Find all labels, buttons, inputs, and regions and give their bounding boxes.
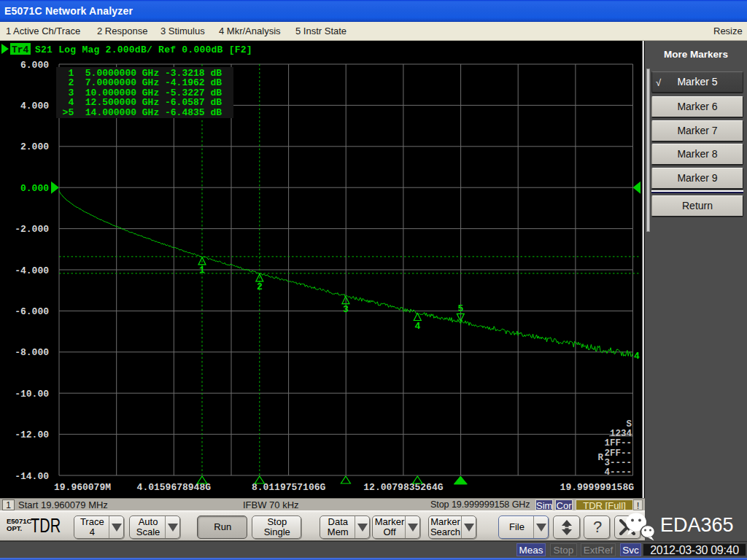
svg-text:S21 Log Mag 2.000dB/ Ref 0.000: S21 Log Mag 2.000dB/ Ref 0.000dB [F2] xyxy=(35,44,252,55)
svg-text:3: 3 xyxy=(343,304,349,315)
svg-text:4: 4 xyxy=(634,351,640,362)
svg-text:19.999999158G: 19.999999158G xyxy=(560,482,635,493)
svg-text:S: S xyxy=(626,419,632,429)
svg-text:1234: 1234 xyxy=(610,429,632,439)
svg-text:-10.00: -10.00 xyxy=(15,389,49,400)
svg-text:0.000: 0.000 xyxy=(20,183,49,194)
svg-text:19.960079M: 19.960079M xyxy=(54,482,111,493)
svg-text:-14.00: -14.00 xyxy=(15,471,49,482)
svg-text:>5 14.000000 GHz -6.4835 dB: >5 14.000000 GHz -6.4835 dB xyxy=(63,107,222,118)
svg-text:6.000: 6.000 xyxy=(20,60,49,71)
svg-text:-8.000: -8.000 xyxy=(15,347,49,358)
svg-text:-6.000: -6.000 xyxy=(15,306,49,317)
svg-text:5: 5 xyxy=(457,303,463,314)
svg-text:4: 4 xyxy=(414,321,420,332)
svg-text:-4.000: -4.000 xyxy=(15,265,49,276)
svg-text:-12.00: -12.00 xyxy=(15,429,49,440)
svg-text:4----: 4---- xyxy=(604,467,632,478)
svg-text:12.0079835264G: 12.0079835264G xyxy=(363,482,443,493)
svg-text:2FF--: 2FF-- xyxy=(604,448,632,459)
svg-text:Tr4: Tr4 xyxy=(12,44,29,55)
svg-text:R: R xyxy=(597,453,603,463)
svg-text:1FF--: 1FF-- xyxy=(604,438,632,448)
svg-text:1: 1 xyxy=(199,265,205,276)
svg-text:3----: 3---- xyxy=(604,458,632,468)
svg-text:2.000: 2.000 xyxy=(20,141,49,152)
svg-text:2: 2 xyxy=(257,281,263,292)
svg-text:4.000: 4.000 xyxy=(20,101,49,112)
svg-text:-2.000: -2.000 xyxy=(15,224,49,235)
